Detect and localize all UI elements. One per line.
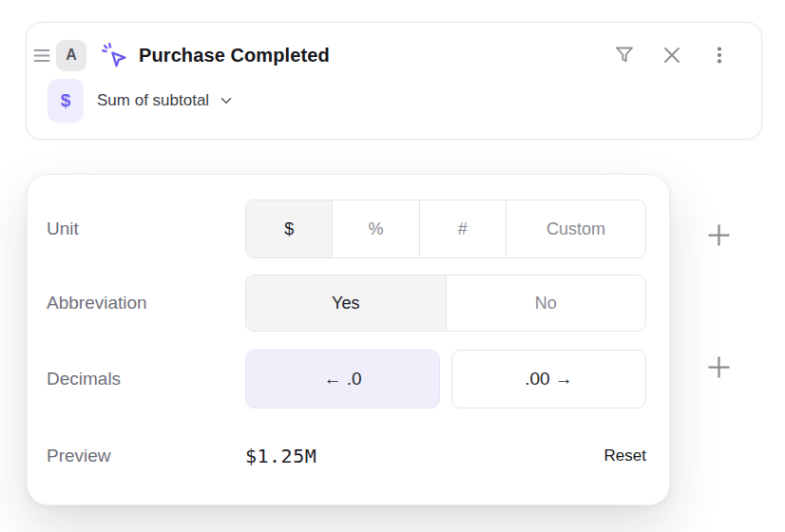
unit-option-number[interactable]: # — [420, 200, 507, 257]
metric-card-header: A Purchase Completed — [32, 38, 733, 72]
decimals-row: Decimals ← .0 .00 → — [47, 350, 646, 408]
decrease-decimals-button[interactable]: ← .0 — [245, 350, 440, 408]
increase-decimals-button[interactable]: .00 → — [451, 350, 646, 408]
row-label-badge: A — [56, 40, 86, 71]
dollar-unit-badge: $ — [48, 79, 84, 123]
reset-button[interactable]: Reset — [604, 446, 646, 466]
add-metric-button-bottom[interactable] — [705, 353, 732, 380]
metric-measure-row[interactable]: $ Sum of subtotal — [48, 79, 733, 123]
event-title[interactable]: Purchase Completed — [139, 45, 330, 66]
abbreviation-option-yes[interactable]: Yes — [246, 276, 447, 331]
unit-label: Unit — [47, 218, 245, 239]
metric-card: A Purchase Completed — [26, 22, 762, 140]
unit-segmented-control: $ % # Custom — [245, 200, 646, 258]
decimals-controls: ← .0 .00 → — [245, 350, 646, 408]
metric-card-actions — [611, 42, 733, 68]
measure-label[interactable]: Sum of subtotal — [97, 91, 209, 110]
number-format-popover: Unit $ % # Custom Abbreviation Yes No De… — [27, 174, 670, 505]
unit-row: Unit $ % # Custom — [47, 200, 646, 258]
unit-option-percent[interactable]: % — [333, 200, 419, 257]
unit-option-custom[interactable]: Custom — [507, 200, 645, 257]
cursor-click-icon — [101, 42, 128, 69]
abbreviation-segmented-control: Yes No — [245, 275, 646, 332]
preview-value: $1.25M — [245, 445, 316, 467]
close-icon[interactable] — [659, 42, 685, 68]
drag-handle-icon[interactable] — [32, 48, 51, 63]
kebab-menu-icon[interactable] — [706, 42, 733, 68]
decimals-label: Decimals — [47, 369, 245, 390]
abbreviation-option-no[interactable]: No — [447, 276, 646, 331]
abbreviation-label: Abbreviation — [47, 293, 245, 314]
filter-funnel-icon[interactable] — [611, 42, 638, 68]
add-metric-button-top[interactable] — [705, 221, 732, 248]
chevron-down-icon[interactable] — [218, 92, 235, 109]
abbreviation-row: Abbreviation Yes No — [47, 275, 646, 332]
preview-label: Preview — [47, 446, 245, 466]
preview-row: Preview $1.25M Reset — [47, 443, 646, 469]
unit-option-dollar[interactable]: $ — [246, 200, 333, 257]
